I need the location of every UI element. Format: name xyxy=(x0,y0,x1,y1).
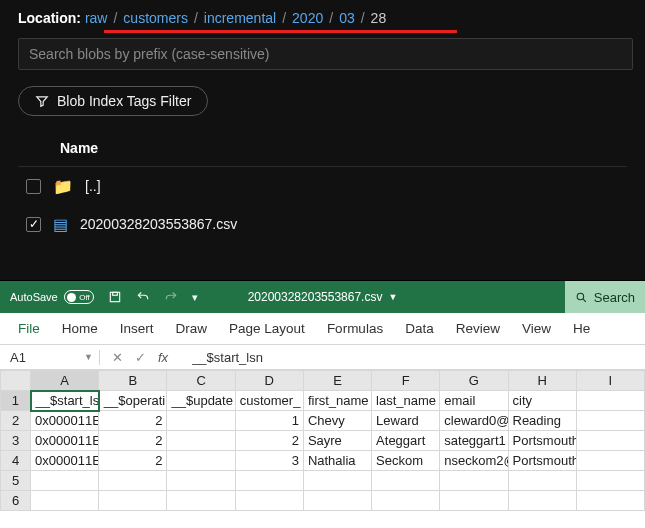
formula-bar-input[interactable]: __$start_lsn xyxy=(180,350,263,365)
ribbon-tab[interactable]: Review xyxy=(456,321,500,336)
breadcrumb-item[interactable]: incremental xyxy=(204,10,276,26)
cell[interactable] xyxy=(440,491,508,511)
column-header[interactable]: G xyxy=(440,371,508,391)
cell[interactable] xyxy=(99,471,167,491)
cell[interactable] xyxy=(167,491,235,511)
cell[interactable]: Portsmouth xyxy=(508,451,576,471)
checkbox[interactable] xyxy=(26,217,41,232)
column-header[interactable]: H xyxy=(508,371,576,391)
autosave-switch[interactable]: Off xyxy=(64,290,94,304)
row-header[interactable]: 2 xyxy=(1,411,31,431)
cell[interactable] xyxy=(576,451,644,471)
cell[interactable]: nseckom2@ xyxy=(440,451,508,471)
cancel-icon[interactable]: ✕ xyxy=(112,350,123,365)
breadcrumb-item[interactable]: 2020 xyxy=(292,10,323,26)
ribbon-tab[interactable]: He xyxy=(573,321,590,336)
cell[interactable]: customer_ xyxy=(235,391,303,411)
cell[interactable]: Seckom xyxy=(372,451,440,471)
cell[interactable] xyxy=(576,491,644,511)
tag-filter-button[interactable]: Blob Index Tags Filter xyxy=(18,86,208,116)
cell[interactable]: Ateggart xyxy=(372,431,440,451)
list-item[interactable]: 📁[..] xyxy=(18,167,627,205)
row-header[interactable]: 6 xyxy=(1,491,31,511)
cell[interactable]: Sayre xyxy=(303,431,371,451)
ribbon-tab[interactable]: Page Layout xyxy=(229,321,305,336)
cell[interactable]: 2 xyxy=(99,431,167,451)
search-input[interactable] xyxy=(18,38,633,70)
cell[interactable]: __$operati xyxy=(99,391,167,411)
chevron-down-icon[interactable]: ▼ xyxy=(84,352,93,362)
breadcrumb-item[interactable]: 03 xyxy=(339,10,355,26)
fx-icon[interactable]: fx xyxy=(158,350,168,365)
cell[interactable]: city xyxy=(508,391,576,411)
cell[interactable]: 1 xyxy=(235,411,303,431)
select-all-corner[interactable] xyxy=(1,371,31,391)
cell[interactable]: email xyxy=(440,391,508,411)
cell[interactable]: 2 xyxy=(235,431,303,451)
cell[interactable] xyxy=(576,431,644,451)
ribbon-tab[interactable]: View xyxy=(522,321,551,336)
cell[interactable] xyxy=(99,491,167,511)
cell[interactable]: 0x000011E xyxy=(31,431,99,451)
column-header[interactable]: C xyxy=(167,371,235,391)
breadcrumb-item[interactable]: raw xyxy=(85,10,108,26)
ribbon-tab[interactable]: Insert xyxy=(120,321,154,336)
row-header[interactable]: 4 xyxy=(1,451,31,471)
breadcrumb-item[interactable]: customers xyxy=(123,10,188,26)
column-header[interactable]: B xyxy=(99,371,167,391)
cell[interactable] xyxy=(303,471,371,491)
cell[interactable] xyxy=(576,471,644,491)
cell[interactable]: Portsmouth xyxy=(508,431,576,451)
cell[interactable]: 2 xyxy=(99,451,167,471)
column-header[interactable]: D xyxy=(235,371,303,391)
redo-icon[interactable] xyxy=(164,290,178,304)
ribbon-tab[interactable]: Draw xyxy=(176,321,208,336)
undo-icon[interactable] xyxy=(136,290,150,304)
accept-icon[interactable]: ✓ xyxy=(135,350,146,365)
checkbox[interactable] xyxy=(26,179,41,194)
row-header[interactable]: 1 xyxy=(1,391,31,411)
save-icon[interactable] xyxy=(108,290,122,304)
cell[interactable] xyxy=(508,471,576,491)
column-header[interactable]: A xyxy=(31,371,99,391)
cell[interactable] xyxy=(167,471,235,491)
excel-search-button[interactable]: Search xyxy=(565,281,645,313)
cell[interactable]: Nathalia xyxy=(303,451,371,471)
cell[interactable]: 0x000011E xyxy=(31,411,99,431)
cell[interactable] xyxy=(167,451,235,471)
cell[interactable]: last_name xyxy=(372,391,440,411)
cell[interactable]: Chevy xyxy=(303,411,371,431)
column-header[interactable]: I xyxy=(576,371,644,391)
cell[interactable] xyxy=(576,391,644,411)
title-dropdown-icon[interactable]: ▼ xyxy=(388,292,397,302)
cell[interactable] xyxy=(576,411,644,431)
cell[interactable] xyxy=(508,491,576,511)
cell[interactable]: first_name xyxy=(303,391,371,411)
qat-more-icon[interactable]: ▾ xyxy=(192,291,198,304)
ribbon-tab[interactable]: File xyxy=(18,321,40,336)
cell[interactable] xyxy=(31,471,99,491)
cell[interactable]: 0x000011E xyxy=(31,451,99,471)
cell[interactable]: 3 xyxy=(235,451,303,471)
cell[interactable]: sateggart1 xyxy=(440,431,508,451)
cell[interactable] xyxy=(372,491,440,511)
cell[interactable]: Reading xyxy=(508,411,576,431)
cell[interactable] xyxy=(303,491,371,511)
autosave-toggle[interactable]: AutoSave Off xyxy=(10,290,94,304)
ribbon-tab[interactable]: Formulas xyxy=(327,321,383,336)
cell[interactable]: __$start_lsn xyxy=(31,391,99,411)
cell[interactable] xyxy=(440,471,508,491)
column-header[interactable]: E xyxy=(303,371,371,391)
cell[interactable]: Leward xyxy=(372,411,440,431)
name-box[interactable]: A1 ▼ xyxy=(0,350,100,365)
cell[interactable] xyxy=(235,471,303,491)
cell[interactable] xyxy=(31,491,99,511)
spreadsheet-grid[interactable]: ABCDEFGHI 1__$start_lsn__$operati__$upda… xyxy=(0,370,645,511)
ribbon-tab[interactable]: Home xyxy=(62,321,98,336)
cell[interactable] xyxy=(167,431,235,451)
cell[interactable]: __$update xyxy=(167,391,235,411)
cell[interactable] xyxy=(235,491,303,511)
cell[interactable]: cleward0@ xyxy=(440,411,508,431)
cell[interactable] xyxy=(167,411,235,431)
list-item[interactable]: ▤20200328203553867.csv xyxy=(18,205,627,243)
